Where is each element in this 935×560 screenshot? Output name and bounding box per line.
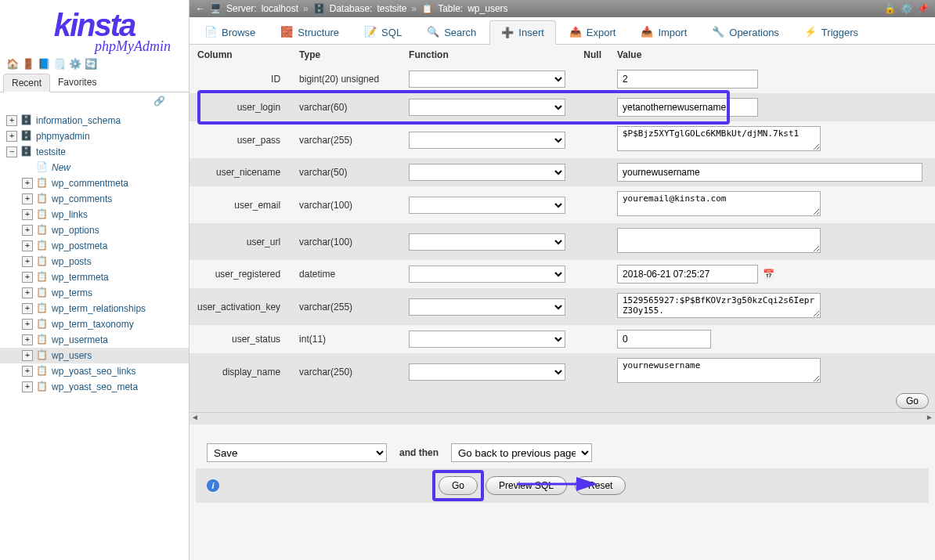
tree-table-wp_options[interactable]: +📋wp_options [0,222,189,238]
tree-new[interactable]: 📄New [0,160,189,175]
horizontal-scrollbar[interactable] [190,412,935,425]
link-icon[interactable]: 🔗 [0,92,189,110]
tree-toggle-icon[interactable]: + [6,131,17,142]
tree-toggle-icon[interactable]: + [6,115,17,126]
function-select-user_nicename[interactable] [409,164,565,181]
tree-toggle-icon[interactable]: + [22,350,33,361]
tree-toggle-icon[interactable]: + [22,272,33,283]
tab-triggers[interactable]: ⚡Triggers [792,20,870,44]
tree-table-wp_commentmeta[interactable]: +📋wp_commentmeta [0,175,189,191]
reload-icon[interactable]: 🔄 [85,58,97,70]
tab-sql[interactable]: 📝SQL [352,20,413,44]
tab-search[interactable]: 🔍Search [415,20,488,44]
info-icon[interactable]: i [207,479,219,492]
tree-toggle-icon[interactable]: + [22,256,33,267]
nav-back-icon[interactable]: ← [196,3,205,14]
gear-icon[interactable]: ⚙️ [901,3,912,14]
tree-table-wp_comments[interactable]: +📋wp_comments [0,191,189,207]
docs-icon[interactable]: 📘 [38,58,50,70]
tree-toggle-icon[interactable]: + [22,303,33,314]
tree-toggle-icon[interactable]: + [22,319,33,330]
go-button[interactable]: Go [439,476,478,495]
pin-icon[interactable]: 📌 [917,3,929,14]
browse-icon: 📄 [204,26,217,38]
tree-toggle-icon[interactable]: + [22,240,33,251]
value-input-user_login[interactable] [617,98,758,117]
function-select-display_name[interactable] [409,363,565,381]
tab-recent[interactable]: Recent [3,74,50,92]
calendar-icon[interactable]: 📅 [763,269,775,281]
function-select-user_status[interactable] [409,331,565,348]
logout-icon[interactable]: 🚪 [22,58,34,70]
tree-table-wp_postmeta[interactable]: +📋wp_postmeta [0,238,189,254]
tree-label: phpmyadmin [36,131,90,142]
value-input-user_nicename[interactable] [617,163,922,182]
tree-table-wp_yoast_seo_meta[interactable]: +📋wp_yoast_seo_meta [0,379,189,395]
database-icon: 🗄️ [20,146,33,158]
function-select-user_pass[interactable] [409,132,565,149]
tree-toggle-icon[interactable]: + [22,193,33,204]
tree-toggle-icon[interactable]: + [22,287,33,298]
function-select-user_login[interactable] [409,99,565,116]
db-link[interactable]: testsite [377,3,406,14]
col-type-label: datetime [291,260,401,288]
table-link[interactable]: wp_users [468,3,507,14]
tree-table-wp_users[interactable]: +📋wp_users [0,348,189,363]
save-select[interactable]: Save [207,443,387,462]
structure-icon: 🧱 [280,26,293,38]
value-input-user_registered[interactable] [617,265,758,284]
logo: kinsta phpMyAdmin [0,0,189,55]
tabs-row: 📄Browse🧱Structure📝SQL🔍Search➕Insert📤Expo… [190,17,935,45]
function-select-ID[interactable] [409,70,565,88]
field-row-user_status: user_status int(11) [190,325,935,353]
value-input-user_status[interactable] [617,330,711,349]
value-input-user_activation_key[interactable]: 1529565927:$P$BfKOVzr3g50kzCqi2s6IeprZ3O… [617,293,821,318]
value-input-user_pass[interactable]: $P$Bjz5XYTglGOLc6KMBkUt/djMN.7kst1 [617,126,821,151]
tab-insert[interactable]: ➕Insert [489,20,556,45]
value-input-ID[interactable] [617,70,758,89]
value-input-display_name[interactable]: yournewusername [617,358,821,383]
table-icon: 📋 [36,271,49,284]
lock-icon[interactable]: 🔒 [884,3,896,14]
tab-import[interactable]: 📥Import [629,20,699,44]
tree-table-wp_term_relationships[interactable]: +📋wp_term_relationships [0,301,189,316]
tree-toggle-icon[interactable]: + [22,366,33,377]
function-select-user_url[interactable] [409,233,565,251]
tree-table-wp_posts[interactable]: +📋wp_posts [0,254,189,269]
home-icon[interactable]: 🏠 [6,58,19,70]
tree-table-wp_term_taxonomy[interactable]: +📋wp_term_taxonomy [0,316,189,332]
function-select-user_activation_key[interactable] [409,298,565,316]
after-action-select[interactable]: Go back to previous page [451,443,592,462]
tab-browse[interactable]: 📄Browse [193,20,267,44]
tree-db-testsite[interactable]: −🗄️testsite [0,144,189,160]
go-button-top[interactable]: Go [896,393,929,409]
function-select-user_email[interactable] [409,197,565,214]
tree-toggle-icon[interactable]: + [22,225,33,236]
tree-toggle-icon[interactable]: + [22,209,33,220]
tree-toggle-icon[interactable]: + [22,334,33,345]
tree-toggle-icon[interactable]: + [22,381,33,392]
tab-structure[interactable]: 🧱Structure [269,20,351,44]
field-row-user_registered: user_registered datetime 📅 [190,260,935,288]
tree-table-wp_usermeta[interactable]: +📋wp_usermeta [0,332,189,348]
tree-table-wp_terms[interactable]: +📋wp_terms [0,285,189,301]
value-input-user_email[interactable]: youremail@kinsta.com [617,191,821,216]
tree-table-wp_links[interactable]: +📋wp_links [0,207,189,222]
tree-table-wp_termmeta[interactable]: +📋wp_termmeta [0,269,189,285]
tree-toggle-icon[interactable]: + [22,178,33,189]
sql-icon[interactable]: 🗒️ [53,58,66,70]
tree-db-information_schema[interactable]: +🗄️information_schema [0,113,189,128]
value-input-user_url[interactable] [617,228,821,253]
settings-icon[interactable]: ⚙️ [69,58,81,70]
tree-toggle-icon[interactable]: − [6,146,17,157]
server-link[interactable]: localhost [262,3,298,14]
tab-operations[interactable]: 🔧Operations [700,20,791,44]
function-select-user_registered[interactable] [409,266,565,283]
field-row-user_email: user_email varchar(100) youremail@kinsta… [190,186,935,223]
tab-favorites[interactable]: Favorites [50,74,104,92]
tree-table-wp_yoast_seo_links[interactable]: +📋wp_yoast_seo_links [0,363,189,379]
table-icon: 📋 [36,177,49,190]
tree-db-phpmyadmin[interactable]: +🗄️phpmyadmin [0,128,189,144]
header-type: Type [291,45,401,65]
tab-export[interactable]: 📤Export [558,20,628,44]
